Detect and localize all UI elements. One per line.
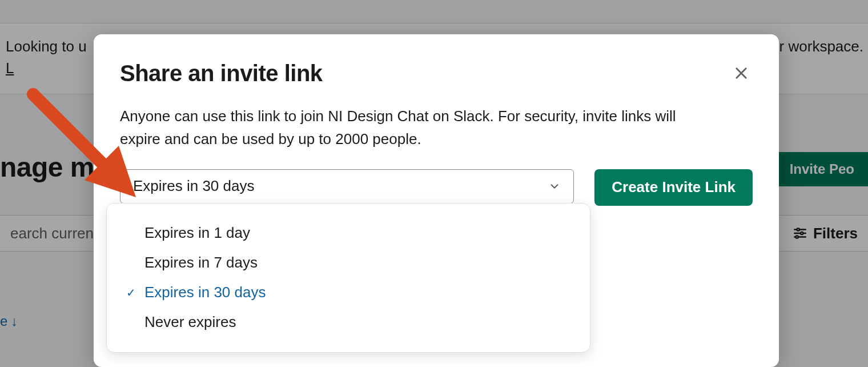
- expiry-select[interactable]: Expires in 30 days Expires in 1 day Expi…: [120, 169, 574, 204]
- expiry-dropdown: Expires in 1 day Expires in 7 days Expir…: [106, 203, 590, 353]
- modal-description: Anyone can use this link to join NI Desi…: [120, 105, 702, 151]
- expiry-select-value: Expires in 30 days: [133, 177, 254, 195]
- create-invite-link-button[interactable]: Create Invite Link: [594, 169, 753, 206]
- expiry-option-1-day[interactable]: Expires in 1 day: [107, 218, 590, 248]
- share-invite-modal: Share an invite link Anyone can use this…: [94, 34, 779, 367]
- close-icon: [733, 65, 749, 81]
- expiry-option-never[interactable]: Never expires: [107, 308, 590, 337]
- modal-title: Share an invite link: [120, 61, 753, 86]
- close-button[interactable]: [730, 62, 753, 85]
- expiry-select-trigger[interactable]: Expires in 30 days: [120, 169, 574, 204]
- expiry-option-30-days[interactable]: Expires in 30 days: [107, 278, 590, 308]
- chevron-down-icon: [548, 180, 561, 193]
- expiry-option-7-days[interactable]: Expires in 7 days: [107, 248, 590, 278]
